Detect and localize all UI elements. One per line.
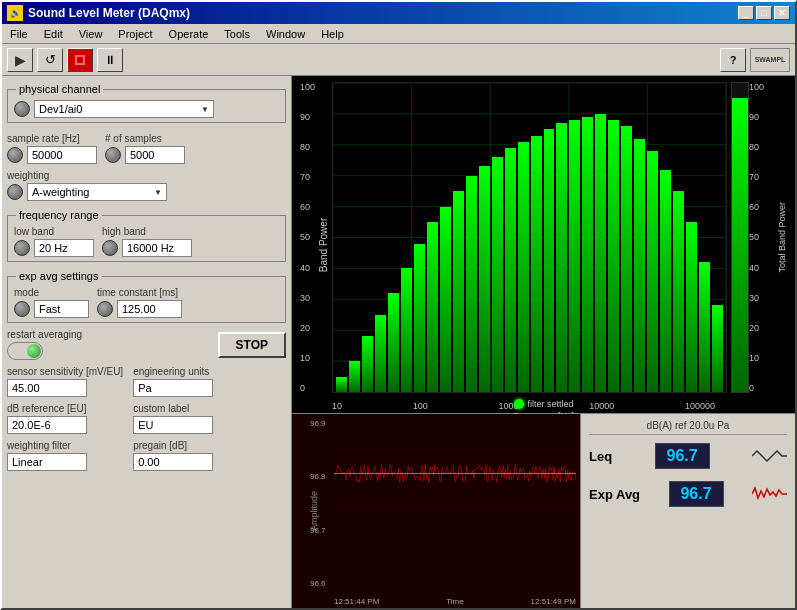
sample-rate-input[interactable] (27, 146, 97, 164)
exp-avg-label: Exp Avg (589, 487, 640, 502)
left-panel: physical channel Dev1/ai0 ▼ sample rate … (2, 76, 292, 608)
pregain-input[interactable] (133, 453, 213, 471)
bar-4 (388, 293, 399, 392)
bar-29 (712, 305, 723, 392)
y-tick-right-60: 60 (749, 202, 777, 212)
menu-project[interactable]: Project (110, 26, 160, 41)
y-tick-right-70: 70 (749, 172, 777, 182)
bar-27 (686, 222, 697, 392)
num-samples-input[interactable] (125, 146, 185, 164)
bar-11 (479, 166, 490, 392)
bar-10 (466, 176, 477, 392)
weighting-knob[interactable] (7, 184, 23, 200)
num-samples-knob[interactable] (105, 147, 121, 163)
level-bar-fill (732, 98, 748, 392)
y-tick-100: 100 (300, 82, 315, 92)
leq-panel: dB(A) ref 20.0u Pa Leq 96.7 Exp Avg 96.7 (580, 414, 795, 608)
menu-view[interactable]: View (71, 26, 111, 41)
time-y-mid1: 96.7 (310, 526, 326, 535)
bar-23 (634, 139, 645, 392)
y-tick-50: 50 (300, 232, 315, 242)
time-constant-col: time constant [ms] (97, 287, 182, 318)
high-band-label: high band (102, 226, 192, 237)
time-y-mid2: 96.8 (310, 472, 326, 481)
x-label-100000: 100000 (685, 401, 715, 411)
channel-value: Dev1/ai0 (39, 103, 82, 115)
bar-9 (453, 191, 464, 392)
bar-19 (582, 117, 593, 392)
mode-label: mode (14, 287, 89, 298)
sample-rate-knob[interactable] (7, 147, 23, 163)
time-constant-input[interactable] (117, 300, 182, 318)
exp-avg-row: Exp Avg 96.7 (589, 477, 787, 511)
x-label-10000: 10000 (589, 401, 614, 411)
bar-22 (621, 126, 632, 392)
maximize-button[interactable]: □ (756, 6, 772, 20)
y-tick-right-40: 40 (749, 263, 777, 273)
time-constant-knob[interactable] (97, 301, 113, 317)
y-tick-60: 60 (300, 202, 315, 212)
y-axis-label: Band Power (318, 217, 329, 271)
y-tick-90: 90 (300, 112, 315, 122)
weighting-dropdown[interactable]: A-weighting ▼ (27, 183, 167, 201)
window-icon: 🔊 (7, 5, 23, 21)
high-band-input[interactable] (122, 239, 192, 257)
bar-3 (375, 315, 386, 392)
mode-knob[interactable] (14, 301, 30, 317)
y-tick-right-100: 100 (749, 82, 777, 92)
leq-waveform-icon (752, 445, 787, 467)
weighting-filter-input[interactable] (7, 453, 87, 471)
stop-toolbar-button[interactable] (67, 48, 93, 72)
refresh-button[interactable]: ↺ (37, 48, 63, 72)
low-band-input[interactable] (34, 239, 94, 257)
channel-knob[interactable] (14, 101, 30, 117)
y-tick-right-50: 50 (749, 232, 777, 242)
stop-button[interactable]: STOP (218, 332, 286, 358)
weighting-label: weighting (7, 170, 286, 181)
bar-5 (401, 268, 412, 392)
frequency-row: low band high band (14, 226, 279, 257)
engineering-units-label: engineering units (133, 366, 213, 377)
menu-window[interactable]: Window (258, 26, 313, 41)
high-band-knob[interactable] (102, 240, 118, 256)
run-button[interactable]: ▶ (7, 48, 33, 72)
leq-title: dB(A) ref 20.0u Pa (589, 420, 787, 435)
help-button[interactable]: ? (720, 48, 746, 72)
low-band-knob[interactable] (14, 240, 30, 256)
right-panel: Band Power (292, 76, 795, 608)
time-y-max: 96.9 (310, 419, 326, 428)
time-constant-label: time constant [ms] (97, 287, 182, 298)
restart-toggle[interactable] (7, 342, 43, 360)
menu-edit[interactable]: Edit (36, 26, 71, 41)
menu-help[interactable]: Help (313, 26, 352, 41)
menu-tools[interactable]: Tools (216, 26, 258, 41)
pause-button[interactable]: ⏸ (97, 48, 123, 72)
mode-input[interactable] (34, 300, 89, 318)
bar-28 (699, 262, 710, 392)
engineering-units-input[interactable] (133, 379, 213, 397)
channel-dropdown[interactable]: Dev1/ai0 ▼ (34, 100, 214, 118)
menu-operate[interactable]: Operate (161, 26, 217, 41)
custom-label-input[interactable] (133, 416, 213, 434)
swampl-box: SWAMPL (750, 48, 790, 72)
bar-15 (531, 136, 542, 392)
bar-14 (518, 142, 529, 392)
frequency-range-label: frequency range (16, 209, 102, 221)
close-button[interactable]: ✕ (774, 6, 790, 20)
leq-row: Leq 96.7 (589, 439, 787, 473)
title-bar-left: 🔊 Sound Level Meter (DAQmx) (7, 5, 190, 21)
minimize-button[interactable]: _ (738, 6, 754, 20)
db-reference-input[interactable] (7, 416, 87, 434)
y-tick-0: 0 (300, 383, 315, 393)
sample-fields-row: sample rate [Hz] # of samples (7, 133, 286, 164)
time-chart-svg (334, 419, 576, 510)
window-title: Sound Level Meter (DAQmx) (28, 6, 190, 20)
restart-stop-row: restart averaging STOP (7, 329, 286, 360)
sensor-sensitivity-input[interactable] (7, 379, 87, 397)
bar-chart-bars (333, 83, 726, 392)
menu-file[interactable]: File (2, 26, 36, 41)
y-tick-right-10: 10 (749, 353, 777, 363)
bar-2 (362, 336, 373, 392)
sample-rate-label: sample rate [Hz] (7, 133, 97, 144)
bar-8 (440, 207, 451, 392)
